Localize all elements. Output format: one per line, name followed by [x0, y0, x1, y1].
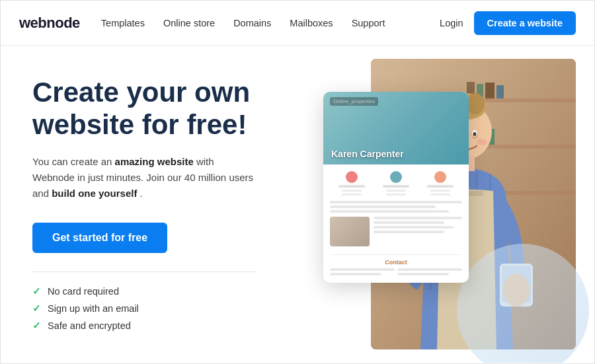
preview-icon-text-sm-1 — [342, 190, 362, 192]
preview-footer-line-4 — [397, 273, 449, 275]
hero-title: Create your own website for free! — [32, 77, 310, 141]
hero-right: Online_properties Karen Carpenter — [310, 59, 576, 349]
preview-line-2 — [330, 205, 436, 208]
preview-side-text — [374, 217, 462, 250]
preview-icon-item-3 — [427, 171, 454, 196]
preview-text-block-1 — [330, 201, 462, 213]
preview-line-5 — [374, 221, 444, 224]
subtitle-text1: You can create an — [32, 156, 115, 167]
preview-person-name: Karen Carpenter — [331, 149, 404, 159]
navbar: webnode Templates Online store Domains M… — [1, 1, 594, 46]
preview-footer-block-1 — [330, 268, 395, 277]
preview-icon-item-2 — [383, 171, 409, 196]
feature-label-2: Sign up with an email — [48, 303, 139, 314]
preview-line-4 — [374, 217, 462, 219]
svg-point-30 — [473, 132, 477, 136]
preview-icon-circle-1 — [346, 171, 358, 183]
check-icon-3: ✓ — [32, 320, 41, 332]
svg-point-14 — [466, 93, 485, 114]
preview-footer-line-3 — [397, 268, 462, 271]
preview-line-6 — [374, 226, 454, 229]
feature-label-1: No card required — [48, 286, 119, 297]
svg-point-32 — [477, 139, 487, 145]
preview-footer-line-2 — [330, 273, 381, 275]
check-icon-2: ✓ — [32, 303, 41, 314]
preview-icon-text-3 — [427, 185, 454, 188]
preview-content-row — [330, 217, 462, 250]
nav-links: Templates Online store Domains Mailboxes… — [101, 18, 440, 28]
preview-small-image — [330, 217, 370, 246]
logo: webnode — [19, 15, 80, 32]
preview-icon-circle-2 — [390, 171, 402, 183]
nav-actions: Login Create a website — [440, 11, 576, 35]
feature-item-1: ✓ No card required — [32, 285, 310, 297]
get-started-button[interactable]: Get started for free — [32, 223, 167, 253]
preview-icon-text-sm-5 — [430, 190, 450, 192]
preview-line-7 — [374, 231, 444, 233]
preview-footer-block-2 — [397, 268, 462, 277]
hero-subtitle: You can create an amazing website with W… — [32, 154, 257, 201]
feature-label-3: Safe and encrypted — [48, 320, 131, 331]
preview-line-3 — [330, 210, 449, 213]
preview-icon-text-sm-3 — [386, 190, 406, 192]
create-website-button[interactable]: Create a website — [474, 11, 576, 35]
preview-header: Online_properties Karen Carpenter — [323, 92, 469, 164]
divider — [32, 272, 257, 272]
preview-icon-item-1 — [338, 171, 365, 196]
hero-left: Create your own website for free! You ca… — [32, 63, 310, 345]
feature-item-3: ✓ Safe and encrypted — [32, 320, 310, 332]
preview-body: Contact — [323, 164, 469, 283]
preview-icon-circle-3 — [434, 171, 446, 183]
preview-icon-text-sm-2 — [342, 194, 362, 196]
nav-link-templates[interactable]: Templates — [101, 18, 145, 28]
preview-icon-text-sm-4 — [386, 194, 406, 196]
preview-icon-text-sm-6 — [430, 194, 450, 196]
page-wrapper: webnode Templates Online store Domains M… — [0, 0, 595, 364]
subtitle-bold2: build one yourself — [52, 188, 137, 199]
nav-link-online-store[interactable]: Online store — [163, 18, 215, 28]
feature-item-2: ✓ Sign up with an email — [32, 303, 310, 314]
subtitle-bold1: amazing website — [115, 156, 194, 167]
nav-link-mailboxes[interactable]: Mailboxes — [290, 18, 333, 28]
nav-link-domains[interactable]: Domains — [233, 18, 271, 28]
check-icon-1: ✓ — [32, 285, 41, 297]
preview-contact: Contact — [330, 254, 462, 266]
nav-link-support[interactable]: Support — [352, 18, 385, 28]
preview-line-1 — [330, 201, 462, 203]
svg-rect-7 — [485, 83, 495, 98]
features-list: ✓ No card required ✓ Sign up with an ema… — [32, 285, 310, 332]
subtitle-end: . — [140, 188, 143, 199]
login-link[interactable]: Login — [440, 18, 463, 28]
preview-icons-row — [330, 171, 462, 196]
preview-icon-text-2 — [383, 185, 409, 188]
preview-footer-row — [330, 268, 462, 277]
preview-card: Online_properties Karen Carpenter — [323, 92, 469, 283]
svg-rect-8 — [496, 85, 504, 98]
preview-footer-line-1 — [330, 268, 395, 271]
preview-site-label: Online_properties — [330, 97, 378, 106]
hero-section: Create your own website for free! You ca… — [1, 46, 594, 363]
preview-icon-text-1 — [338, 185, 365, 188]
